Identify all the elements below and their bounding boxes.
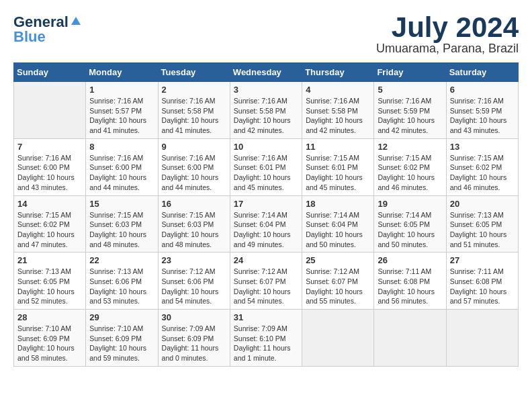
day-number: 17 [234, 199, 298, 209]
calendar-cell: 26Sunrise: 7:11 AM Sunset: 6:08 PM Dayli… [374, 253, 446, 310]
day-number: 7 [17, 142, 82, 152]
logo-blue: Blue [13, 28, 46, 46]
calendar-cell: 19Sunrise: 7:14 AM Sunset: 6:05 PM Dayli… [374, 195, 446, 253]
day-number: 11 [306, 142, 370, 152]
calendar-cell: 5Sunrise: 7:16 AM Sunset: 5:59 PM Daylig… [374, 82, 446, 139]
day-info: Sunrise: 7:10 AM Sunset: 6:09 PM Dayligh… [89, 324, 154, 363]
logo: General Blue [13, 13, 82, 46]
day-number: 12 [378, 142, 442, 152]
day-info: Sunrise: 7:09 AM Sunset: 6:09 PM Dayligh… [162, 324, 226, 363]
day-number: 6 [450, 85, 515, 95]
day-info: Sunrise: 7:14 AM Sunset: 6:04 PM Dayligh… [234, 210, 298, 250]
month-title: July 2024 [376, 13, 519, 42]
day-number: 26 [378, 255, 442, 265]
day-info: Sunrise: 7:16 AM Sunset: 5:58 PM Dayligh… [306, 96, 370, 136]
day-number: 9 [162, 142, 226, 152]
day-info: Sunrise: 7:16 AM Sunset: 5:58 PM Dayligh… [234, 96, 298, 136]
day-number: 31 [234, 312, 298, 322]
calendar-cell: 4Sunrise: 7:16 AM Sunset: 5:58 PM Daylig… [302, 82, 374, 139]
calendar-cell: 13Sunrise: 7:15 AM Sunset: 6:02 PM Dayli… [446, 138, 518, 195]
day-number: 30 [162, 312, 226, 322]
day-info: Sunrise: 7:16 AM Sunset: 5:58 PM Dayligh… [162, 96, 226, 136]
calendar-cell: 9Sunrise: 7:16 AM Sunset: 6:00 PM Daylig… [158, 138, 230, 195]
day-number: 2 [162, 85, 226, 95]
day-number: 19 [378, 199, 442, 209]
day-number: 16 [162, 199, 226, 209]
calendar-cell: 8Sunrise: 7:16 AM Sunset: 6:00 PM Daylig… [86, 138, 158, 195]
calendar-cell: 6Sunrise: 7:16 AM Sunset: 5:59 PM Daylig… [446, 82, 518, 139]
calendar-cell: 15Sunrise: 7:15 AM Sunset: 6:03 PM Dayli… [86, 195, 158, 253]
day-info: Sunrise: 7:13 AM Sunset: 6:05 PM Dayligh… [450, 210, 515, 250]
calendar-cell: 3Sunrise: 7:16 AM Sunset: 5:58 PM Daylig… [230, 82, 302, 139]
day-info: Sunrise: 7:13 AM Sunset: 6:05 PM Dayligh… [17, 267, 82, 306]
weekday-header: Wednesday [230, 63, 302, 82]
day-number: 27 [450, 255, 515, 265]
day-info: Sunrise: 7:16 AM Sunset: 6:00 PM Dayligh… [17, 153, 82, 193]
day-info: Sunrise: 7:15 AM Sunset: 6:02 PM Dayligh… [450, 153, 515, 193]
day-info: Sunrise: 7:16 AM Sunset: 6:00 PM Dayligh… [89, 153, 154, 193]
weekday-header: Thursday [302, 63, 374, 82]
day-info: Sunrise: 7:15 AM Sunset: 6:02 PM Dayligh… [378, 153, 442, 193]
calendar-cell: 11Sunrise: 7:15 AM Sunset: 6:01 PM Dayli… [302, 138, 374, 195]
calendar-cell: 31Sunrise: 7:09 AM Sunset: 6:10 PM Dayli… [230, 310, 302, 367]
day-number: 15 [89, 199, 154, 209]
day-info: Sunrise: 7:10 AM Sunset: 6:09 PM Dayligh… [17, 324, 82, 363]
day-number: 23 [162, 255, 226, 265]
calendar-week-row: 14Sunrise: 7:15 AM Sunset: 6:02 PM Dayli… [14, 195, 519, 253]
calendar-cell: 21Sunrise: 7:13 AM Sunset: 6:05 PM Dayli… [14, 253, 86, 310]
title-area: July 2024 Umuarama, Parana, Brazil [376, 13, 519, 56]
day-number: 3 [234, 85, 298, 95]
weekday-header: Saturday [446, 63, 518, 82]
day-info: Sunrise: 7:15 AM Sunset: 6:03 PM Dayligh… [89, 210, 154, 250]
calendar-week-row: 7Sunrise: 7:16 AM Sunset: 6:00 PM Daylig… [14, 138, 519, 195]
location-title: Umuarama, Parana, Brazil [376, 42, 519, 56]
calendar-cell: 16Sunrise: 7:15 AM Sunset: 6:03 PM Dayli… [158, 195, 230, 253]
day-info: Sunrise: 7:15 AM Sunset: 6:03 PM Dayligh… [162, 210, 226, 250]
calendar-cell: 2Sunrise: 7:16 AM Sunset: 5:58 PM Daylig… [158, 82, 230, 139]
weekday-header-row: SundayMondayTuesdayWednesdayThursdayFrid… [14, 63, 519, 82]
day-number: 22 [89, 255, 154, 265]
day-info: Sunrise: 7:14 AM Sunset: 6:04 PM Dayligh… [306, 210, 370, 250]
calendar-cell: 30Sunrise: 7:09 AM Sunset: 6:09 PM Dayli… [158, 310, 230, 367]
day-info: Sunrise: 7:16 AM Sunset: 6:00 PM Dayligh… [162, 153, 226, 193]
day-number: 20 [450, 199, 515, 209]
day-info: Sunrise: 7:12 AM Sunset: 6:06 PM Dayligh… [162, 267, 226, 306]
calendar-cell: 23Sunrise: 7:12 AM Sunset: 6:06 PM Dayli… [158, 253, 230, 310]
svg-marker-0 [71, 17, 81, 25]
day-number: 29 [89, 312, 154, 322]
day-info: Sunrise: 7:09 AM Sunset: 6:10 PM Dayligh… [234, 324, 298, 363]
calendar-cell: 10Sunrise: 7:16 AM Sunset: 6:01 PM Dayli… [230, 138, 302, 195]
calendar-cell: 27Sunrise: 7:11 AM Sunset: 6:08 PM Dayli… [446, 253, 518, 310]
calendar-cell: 1Sunrise: 7:16 AM Sunset: 5:57 PM Daylig… [86, 82, 158, 139]
calendar-cell: 12Sunrise: 7:15 AM Sunset: 6:02 PM Dayli… [374, 138, 446, 195]
day-number: 21 [17, 255, 82, 265]
calendar-cell: 17Sunrise: 7:14 AM Sunset: 6:04 PM Dayli… [230, 195, 302, 253]
day-number: 1 [89, 85, 154, 95]
day-info: Sunrise: 7:16 AM Sunset: 5:59 PM Dayligh… [378, 96, 442, 136]
calendar-table: SundayMondayTuesdayWednesdayThursdayFrid… [13, 62, 519, 367]
calendar-cell: 25Sunrise: 7:12 AM Sunset: 6:07 PM Dayli… [302, 253, 374, 310]
day-info: Sunrise: 7:16 AM Sunset: 5:59 PM Dayligh… [450, 96, 515, 136]
calendar-week-row: 1Sunrise: 7:16 AM Sunset: 5:57 PM Daylig… [14, 82, 519, 139]
calendar-week-row: 28Sunrise: 7:10 AM Sunset: 6:09 PM Dayli… [14, 310, 519, 367]
day-info: Sunrise: 7:12 AM Sunset: 6:07 PM Dayligh… [234, 267, 298, 306]
calendar-cell: 7Sunrise: 7:16 AM Sunset: 6:00 PM Daylig… [14, 138, 86, 195]
day-info: Sunrise: 7:12 AM Sunset: 6:07 PM Dayligh… [306, 267, 370, 306]
calendar-cell: 24Sunrise: 7:12 AM Sunset: 6:07 PM Dayli… [230, 253, 302, 310]
day-info: Sunrise: 7:15 AM Sunset: 6:01 PM Dayligh… [306, 153, 370, 193]
page-header: General Blue July 2024 Umuarama, Parana,… [13, 13, 519, 56]
day-info: Sunrise: 7:13 AM Sunset: 6:06 PM Dayligh… [89, 267, 154, 306]
day-number: 25 [306, 255, 370, 265]
day-number: 14 [17, 199, 82, 209]
calendar-cell: 20Sunrise: 7:13 AM Sunset: 6:05 PM Dayli… [446, 195, 518, 253]
calendar-cell: 18Sunrise: 7:14 AM Sunset: 6:04 PM Dayli… [302, 195, 374, 253]
day-number: 4 [306, 85, 370, 95]
day-info: Sunrise: 7:15 AM Sunset: 6:02 PM Dayligh… [17, 210, 82, 250]
calendar-cell: 22Sunrise: 7:13 AM Sunset: 6:06 PM Dayli… [86, 253, 158, 310]
calendar-cell [302, 310, 374, 367]
logo-icon [70, 15, 82, 28]
day-number: 28 [17, 312, 82, 322]
day-info: Sunrise: 7:16 AM Sunset: 6:01 PM Dayligh… [234, 153, 298, 193]
calendar-cell: 29Sunrise: 7:10 AM Sunset: 6:09 PM Dayli… [86, 310, 158, 367]
calendar-cell: 14Sunrise: 7:15 AM Sunset: 6:02 PM Dayli… [14, 195, 86, 253]
